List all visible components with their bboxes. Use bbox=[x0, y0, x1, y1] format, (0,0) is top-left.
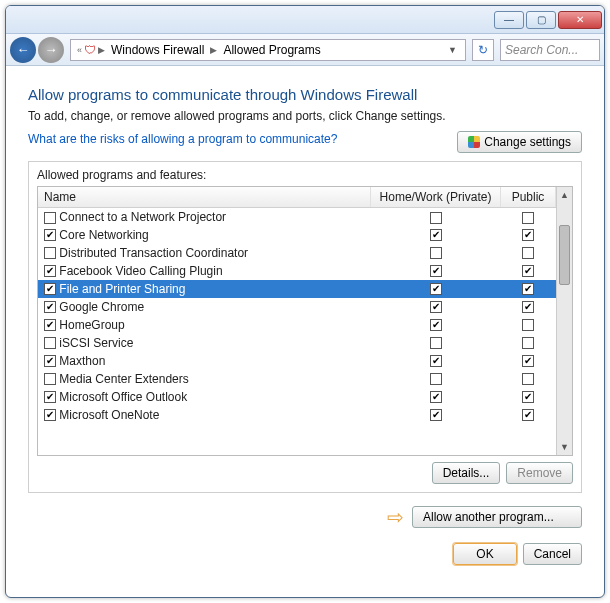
chevron-right-icon: ▶ bbox=[96, 45, 107, 55]
firewall-window: — ▢ ✕ ← → « 🛡 ▶ Windows Firewall ▶ Allow… bbox=[5, 5, 605, 598]
checkbox[interactable]: ✔ bbox=[44, 265, 56, 277]
breadcrumb[interactable]: « 🛡 ▶ Windows Firewall ▶ Allowed Program… bbox=[70, 39, 466, 61]
row-name: Distributed Transaction Coordinator bbox=[59, 246, 248, 260]
scrollbar-thumb[interactable] bbox=[559, 225, 570, 285]
checkbox[interactable]: ✔ bbox=[430, 319, 442, 331]
table-row[interactable]: ✔ Facebook Video Calling Plugin✔✔ bbox=[38, 262, 556, 280]
checkbox[interactable] bbox=[522, 319, 534, 331]
maximize-button[interactable]: ▢ bbox=[526, 11, 556, 29]
col-home[interactable]: Home/Work (Private) bbox=[371, 187, 501, 208]
row-name: Microsoft OneNote bbox=[59, 408, 159, 422]
navbar: ← → « 🛡 ▶ Windows Firewall ▶ Allowed Pro… bbox=[6, 34, 604, 66]
minimize-button[interactable]: — bbox=[494, 11, 524, 29]
col-name[interactable]: Name bbox=[38, 187, 371, 208]
forward-button[interactable]: → bbox=[38, 37, 64, 63]
table-row[interactable]: ✔ File and Printer Sharing✔✔ bbox=[38, 280, 556, 298]
checkbox[interactable]: ✔ bbox=[44, 391, 56, 403]
row-name: Connect to a Network Projector bbox=[59, 210, 226, 224]
checkbox[interactable]: ✔ bbox=[522, 301, 534, 313]
checkbox[interactable]: ✔ bbox=[44, 409, 56, 421]
shield-icon bbox=[468, 136, 480, 148]
back-button[interactable]: ← bbox=[10, 37, 36, 63]
table-row[interactable]: Media Center Extenders bbox=[38, 370, 556, 388]
refresh-button[interactable]: ↻ bbox=[472, 39, 494, 61]
checkbox[interactable]: ✔ bbox=[44, 319, 56, 331]
table-row[interactable]: ✔ Microsoft OneNote✔✔ bbox=[38, 406, 556, 424]
row-name: HomeGroup bbox=[59, 318, 124, 332]
firewall-icon: 🛡 bbox=[84, 43, 96, 57]
breadcrumb-dropdown-icon[interactable]: ▼ bbox=[444, 45, 461, 55]
page-title: Allow programs to communicate through Wi… bbox=[28, 86, 582, 103]
ok-button[interactable]: OK bbox=[453, 543, 516, 565]
checkbox[interactable]: ✔ bbox=[44, 301, 56, 313]
cancel-button[interactable]: Cancel bbox=[523, 543, 582, 565]
scroll-down-icon[interactable]: ▼ bbox=[557, 439, 572, 455]
allow-another-program-button[interactable]: Allow another program... bbox=[412, 506, 582, 528]
checkbox[interactable]: ✔ bbox=[430, 301, 442, 313]
checkbox[interactable] bbox=[44, 212, 56, 224]
checkbox[interactable]: ✔ bbox=[430, 283, 442, 295]
chevron-right-icon: ▶ bbox=[208, 45, 219, 55]
titlebar: — ▢ ✕ bbox=[6, 6, 604, 34]
checkbox[interactable] bbox=[522, 373, 534, 385]
group-label: Allowed programs and features: bbox=[37, 168, 573, 182]
checkbox[interactable] bbox=[430, 337, 442, 349]
checkbox[interactable] bbox=[430, 247, 442, 259]
row-name: iSCSI Service bbox=[59, 336, 133, 350]
vertical-scrollbar[interactable]: ▲ ▼ bbox=[556, 187, 572, 455]
scroll-up-icon[interactable]: ▲ bbox=[557, 187, 572, 203]
checkbox[interactable]: ✔ bbox=[44, 355, 56, 367]
table-row[interactable]: ✔ Google Chrome✔✔ bbox=[38, 298, 556, 316]
col-public[interactable]: Public bbox=[501, 187, 556, 208]
breadcrumb-allowed[interactable]: Allowed Programs bbox=[219, 43, 324, 57]
checkbox[interactable] bbox=[44, 373, 56, 385]
checkbox[interactable]: ✔ bbox=[522, 229, 534, 241]
checkbox[interactable]: ✔ bbox=[522, 265, 534, 277]
remove-button[interactable]: Remove bbox=[506, 462, 573, 484]
table-row[interactable]: ✔ HomeGroup✔ bbox=[38, 316, 556, 334]
row-name: Microsoft Office Outlook bbox=[59, 390, 187, 404]
close-button[interactable]: ✕ bbox=[558, 11, 602, 29]
row-name: Core Networking bbox=[59, 228, 148, 242]
checkbox[interactable]: ✔ bbox=[430, 265, 442, 277]
checkbox[interactable]: ✔ bbox=[44, 283, 56, 295]
row-name: Google Chrome bbox=[59, 300, 144, 314]
checkbox[interactable]: ✔ bbox=[522, 391, 534, 403]
allowed-group: Allowed programs and features: Name Home… bbox=[28, 161, 582, 493]
checkbox[interactable]: ✔ bbox=[430, 409, 442, 421]
change-settings-label: Change settings bbox=[484, 135, 571, 149]
annotation-arrow-icon: ⇨ bbox=[387, 505, 404, 529]
checkbox[interactable]: ✔ bbox=[522, 283, 534, 295]
table-row[interactable]: ✔ Core Networking✔✔ bbox=[38, 226, 556, 244]
checkbox[interactable] bbox=[430, 373, 442, 385]
checkbox[interactable] bbox=[44, 247, 56, 259]
checkbox[interactable]: ✔ bbox=[430, 229, 442, 241]
change-settings-button[interactable]: Change settings bbox=[457, 131, 582, 153]
content-area: Allow programs to communicate through Wi… bbox=[6, 66, 604, 597]
risk-link[interactable]: What are the risks of allowing a program… bbox=[28, 132, 337, 146]
checkbox[interactable] bbox=[430, 212, 442, 224]
table-row[interactable]: ✔ Microsoft Office Outlook✔✔ bbox=[38, 388, 556, 406]
checkbox[interactable] bbox=[522, 337, 534, 349]
checkbox[interactable]: ✔ bbox=[522, 409, 534, 421]
table-row[interactable]: ✔ Maxthon✔✔ bbox=[38, 352, 556, 370]
checkbox[interactable]: ✔ bbox=[44, 229, 56, 241]
table-row[interactable]: Distributed Transaction Coordinator bbox=[38, 244, 556, 262]
table-row[interactable]: Connect to a Network Projector bbox=[38, 208, 556, 226]
checkbox[interactable]: ✔ bbox=[430, 391, 442, 403]
history-chevron-icon[interactable]: « bbox=[75, 45, 84, 55]
checkbox[interactable] bbox=[44, 337, 56, 349]
search-input[interactable]: Search Con... bbox=[500, 39, 600, 61]
checkbox[interactable]: ✔ bbox=[522, 355, 534, 367]
breadcrumb-firewall[interactable]: Windows Firewall bbox=[107, 43, 208, 57]
table-row[interactable]: iSCSI Service bbox=[38, 334, 556, 352]
checkbox[interactable] bbox=[522, 212, 534, 224]
page-subtext: To add, change, or remove allowed progra… bbox=[28, 109, 582, 123]
row-name: Media Center Extenders bbox=[59, 372, 188, 386]
checkbox[interactable] bbox=[522, 247, 534, 259]
details-button[interactable]: Details... bbox=[432, 462, 501, 484]
checkbox[interactable]: ✔ bbox=[430, 355, 442, 367]
programs-table-wrap: Name Home/Work (Private) Public Connect … bbox=[37, 186, 573, 456]
programs-table: Name Home/Work (Private) Public Connect … bbox=[38, 187, 556, 424]
programs-table-scroll[interactable]: Name Home/Work (Private) Public Connect … bbox=[38, 187, 556, 455]
